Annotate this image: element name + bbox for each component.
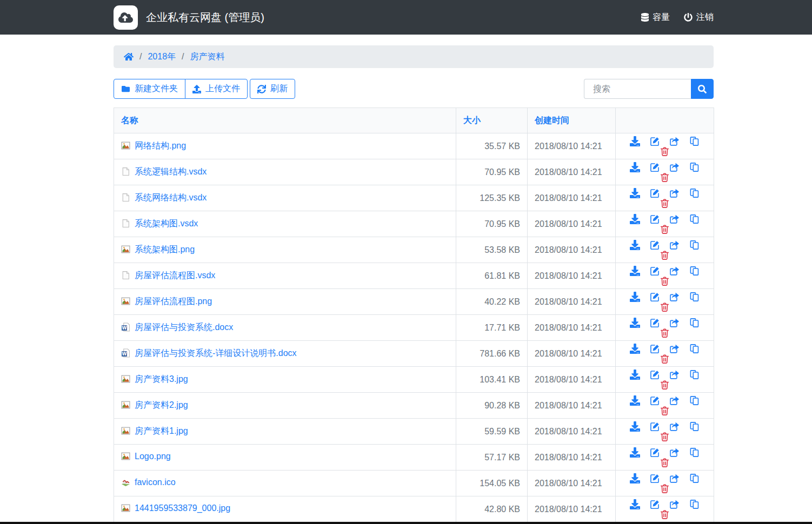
copy-icon[interactable] <box>689 266 700 276</box>
sort-size-header[interactable]: 大小 <box>463 116 481 125</box>
rename-icon[interactable] <box>650 162 660 172</box>
copy-icon[interactable] <box>689 188 700 198</box>
share-icon[interactable] <box>669 318 680 328</box>
download-icon[interactable] <box>630 292 640 302</box>
rename-icon[interactable] <box>650 292 660 302</box>
file-link[interactable]: 系统逻辑结构.vsdx <box>135 167 207 176</box>
share-icon[interactable] <box>669 344 680 354</box>
copy-icon[interactable] <box>689 370 700 380</box>
file-link[interactable]: 房屋评估流程图.vsdx <box>135 271 215 280</box>
new-folder-button[interactable]: 新建文件夹 <box>114 79 185 99</box>
share-icon[interactable] <box>669 421 680 432</box>
file-link[interactable]: 房屋评估与投资系统-详细设计说明书.docx <box>135 348 297 358</box>
rename-icon[interactable] <box>650 447 660 458</box>
rename-icon[interactable] <box>650 240 660 250</box>
share-icon[interactable] <box>669 188 680 198</box>
download-icon[interactable] <box>630 162 640 172</box>
share-icon[interactable] <box>669 240 680 250</box>
search-input[interactable] <box>584 79 691 99</box>
copy-icon[interactable] <box>689 292 700 302</box>
download-icon[interactable] <box>630 318 640 328</box>
rename-icon[interactable] <box>650 266 660 276</box>
rename-icon[interactable] <box>650 136 660 146</box>
share-icon[interactable] <box>669 473 680 483</box>
share-icon[interactable] <box>669 395 680 406</box>
copy-icon[interactable] <box>689 240 700 250</box>
copy-icon[interactable] <box>689 421 700 432</box>
rename-icon[interactable] <box>650 344 660 354</box>
delete-icon[interactable] <box>660 328 670 338</box>
download-icon[interactable] <box>630 214 640 224</box>
download-icon[interactable] <box>630 395 640 406</box>
sort-name-header[interactable]: 名称 <box>121 116 138 125</box>
logout-link[interactable]: 注销 <box>684 12 714 23</box>
file-link[interactable]: 系统架构图.png <box>135 245 195 254</box>
download-icon[interactable] <box>630 136 640 146</box>
file-link[interactable]: Logo.png <box>135 452 171 461</box>
file-link[interactable]: favicon.ico <box>135 478 176 487</box>
download-icon[interactable] <box>630 473 640 483</box>
rename-icon[interactable] <box>650 421 660 432</box>
delete-icon[interactable] <box>660 276 670 286</box>
copy-icon[interactable] <box>689 447 700 458</box>
delete-icon[interactable] <box>660 354 670 364</box>
download-icon[interactable] <box>630 240 640 250</box>
delete-icon[interactable] <box>660 406 670 416</box>
download-icon[interactable] <box>630 499 640 509</box>
delete-icon[interactable] <box>660 224 670 234</box>
delete-icon[interactable] <box>660 198 670 209</box>
copy-icon[interactable] <box>689 395 700 406</box>
file-link[interactable]: 系统网络结构.vsdx <box>135 193 207 202</box>
delete-icon[interactable] <box>660 380 670 390</box>
share-icon[interactable] <box>669 499 680 509</box>
file-link[interactable]: 房屋评估与投资系统.docx <box>135 323 233 332</box>
copy-icon[interactable] <box>689 318 700 328</box>
download-icon[interactable] <box>630 266 640 276</box>
delete-icon[interactable] <box>660 509 670 520</box>
breadcrumb-item-current[interactable]: 房产资料 <box>190 51 225 63</box>
upload-button[interactable]: 上传文件 <box>185 79 248 99</box>
copy-icon[interactable] <box>689 344 700 354</box>
rename-icon[interactable] <box>650 188 660 198</box>
capacity-link[interactable]: 容量 <box>641 12 670 23</box>
share-icon[interactable] <box>669 266 680 276</box>
copy-icon[interactable] <box>689 136 700 146</box>
delete-icon[interactable] <box>660 302 670 312</box>
download-icon[interactable] <box>630 188 640 198</box>
rename-icon[interactable] <box>650 395 660 406</box>
file-link[interactable]: 房产资料3.jpg <box>135 374 188 384</box>
delete-icon[interactable] <box>660 146 670 157</box>
delete-icon[interactable] <box>660 483 670 494</box>
download-icon[interactable] <box>630 421 640 432</box>
rename-icon[interactable] <box>650 473 660 483</box>
share-icon[interactable] <box>669 214 680 224</box>
copy-icon[interactable] <box>689 214 700 224</box>
breadcrumb-item-2018[interactable]: 2018年 <box>148 51 176 63</box>
share-icon[interactable] <box>669 292 680 302</box>
share-icon[interactable] <box>669 370 680 380</box>
delete-icon[interactable] <box>660 250 670 260</box>
rename-icon[interactable] <box>650 370 660 380</box>
breadcrumb-home-link[interactable] <box>124 52 134 61</box>
delete-icon[interactable] <box>660 172 670 183</box>
rename-icon[interactable] <box>650 318 660 328</box>
search-button[interactable] <box>691 79 714 99</box>
file-link[interactable]: 房屋评估流程图.png <box>135 297 212 306</box>
share-icon[interactable] <box>669 447 680 458</box>
rename-icon[interactable] <box>650 214 660 224</box>
rename-icon[interactable] <box>650 499 660 509</box>
copy-icon[interactable] <box>689 473 700 483</box>
share-icon[interactable] <box>669 136 680 146</box>
share-icon[interactable] <box>669 162 680 172</box>
download-icon[interactable] <box>630 344 640 354</box>
file-link[interactable]: 房产资料2.jpg <box>135 400 188 409</box>
download-icon[interactable] <box>630 370 640 380</box>
file-link[interactable]: 网络结构.png <box>135 141 186 150</box>
file-link[interactable]: 1441959533879_000.jpg <box>135 503 230 513</box>
delete-icon[interactable] <box>660 432 670 442</box>
file-link[interactable]: 房产资料1.jpg <box>135 426 188 435</box>
copy-icon[interactable] <box>689 499 700 509</box>
refresh-button[interactable]: 刷新 <box>250 79 295 99</box>
delete-icon[interactable] <box>660 458 670 468</box>
download-icon[interactable] <box>630 447 640 458</box>
